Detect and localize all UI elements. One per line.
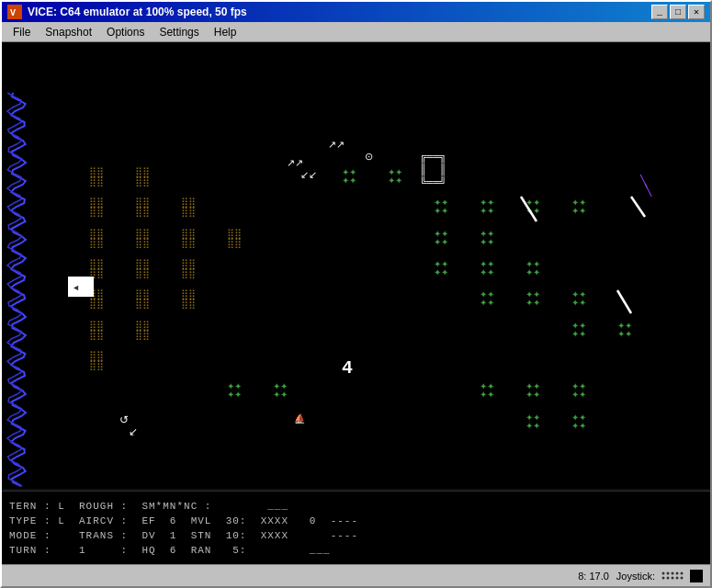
emulator-screen: TERN : L ROUGH : SM*MN*NC : ___ TYPE : L… [2,42,710,564]
maximize-button[interactable]: □ [670,5,686,19]
menu-bar: File Snapshot Options Settings Help [2,22,710,42]
svg-point-3 [662,571,665,574]
title-bar-left: V VICE: C64 emulator at 100% speed, 50 f… [7,5,247,19]
svg-point-11 [676,576,679,579]
svg-point-10 [672,576,674,579]
title-bar: V VICE: C64 emulator at 100% speed, 50 f… [2,2,710,22]
joystick-indicator: Joystick: [616,570,703,582]
main-window: V VICE: C64 emulator at 100% speed, 50 f… [0,0,712,588]
app-icon: V [7,5,22,19]
speed-indicator: 8: 17.0 [578,571,609,582]
game-canvas [2,42,710,564]
status-line-1: TERN : L ROUGH : SM*MN*NC : ___ [9,499,703,514]
svg-point-6 [676,571,679,574]
menu-options[interactable]: Options [99,24,152,40]
menu-help[interactable]: Help [207,24,244,40]
svg-text:V: V [10,8,16,18]
title-buttons: _ □ ✕ [651,5,705,19]
status-line-3: MODE : TRANS : DV 1 STN 10: XXXX ---- [9,528,703,543]
close-button[interactable]: ✕ [688,5,705,19]
status-area: TERN : L ROUGH : SM*MN*NC : ___ TYPE : L… [2,491,710,564]
minimize-button[interactable]: _ [651,5,668,19]
svg-point-5 [672,571,674,574]
joystick-grid-icon [659,570,686,582]
window-title: VICE: C64 emulator at 100% speed, 50 fps [28,6,247,18]
svg-point-4 [667,571,670,574]
menu-settings[interactable]: Settings [152,24,206,40]
joystick-status-box [690,570,703,582]
joystick-label: Joystick: [616,571,655,582]
menu-snapshot[interactable]: Snapshot [38,24,99,40]
menu-file[interactable]: File [6,24,38,40]
bottom-bar: 8: 17.0 Joystick: [2,564,710,586]
svg-rect-2 [659,570,686,582]
svg-point-9 [667,576,670,579]
svg-point-12 [681,576,684,579]
status-line-2: TYPE : L AIRCV : EF 6 MVL 30: XXXX 0 ---… [9,514,703,528]
status-line-4: TURN : 1 : HQ 6 RAN 5: ___ [9,543,703,558]
svg-point-8 [662,576,665,579]
svg-point-7 [681,571,684,574]
